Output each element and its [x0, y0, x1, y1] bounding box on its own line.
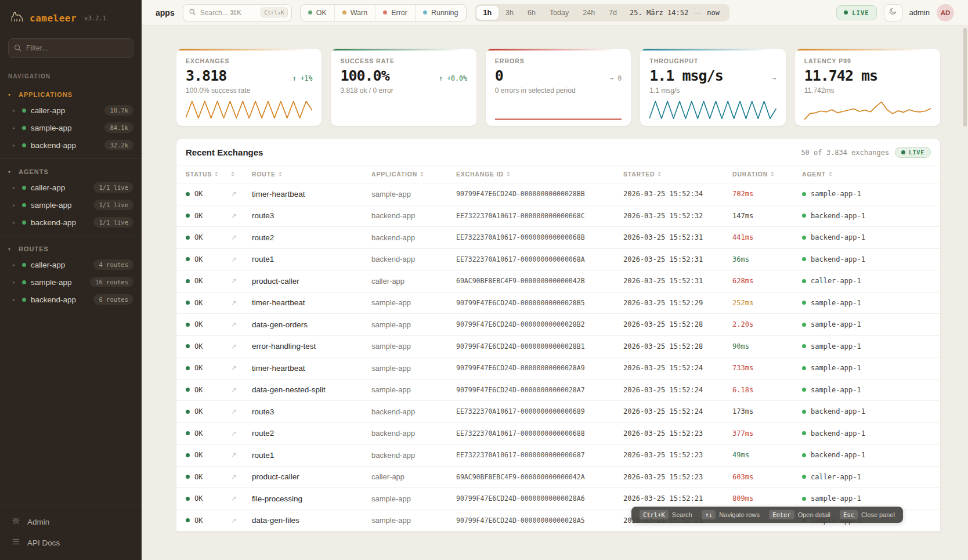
- column-header-agent[interactable]: AGENT: [802, 171, 931, 178]
- open-detail-icon[interactable]: ↗: [231, 364, 252, 372]
- sidebar-item[interactable]: ▸ sample-app 16 routes: [0, 273, 142, 291]
- route-cell: timer-heartbeat: [252, 190, 371, 198]
- sidebar-item-badge: 10.7k: [104, 105, 133, 115]
- sidebar-item[interactable]: ▸ sample-app 1/1 live: [0, 196, 142, 214]
- nav-section: ▾ ROUTES ▸ caller-app 4 routes ▸ sample-…: [0, 236, 142, 313]
- status-filter-chip[interactable]: OK: [301, 5, 334, 21]
- route-cell: data-gen-nested-split: [252, 385, 371, 394]
- nav-items: ▸ caller-app 4 routes ▸ sample-app 16 ro…: [0, 256, 142, 308]
- open-detail-icon[interactable]: ↗: [231, 429, 252, 438]
- status-cell: OK: [186, 516, 231, 525]
- sidebar-item-label: API Docs: [27, 539, 60, 547]
- range-button[interactable]: 3h: [499, 6, 521, 20]
- range-start: 25. März 14:52: [630, 9, 688, 17]
- metric-label: THROUGHPUT: [649, 57, 776, 64]
- avatar[interactable]: AD: [937, 4, 954, 21]
- sidebar-item-api-docs[interactable]: API Docs: [0, 532, 142, 553]
- open-detail-icon[interactable]: ↗: [231, 407, 252, 416]
- user-name[interactable]: admin: [909, 8, 930, 17]
- search-icon: [13, 44, 22, 55]
- status-dot-icon: [22, 203, 26, 207]
- card-accent-bar: [795, 49, 940, 50]
- open-detail-icon[interactable]: ↗: [231, 320, 252, 328]
- table-row[interactable]: OK ↗ data-gen-nested-split sample-app 90…: [176, 380, 940, 402]
- table-row[interactable]: OK ↗ timer-heartbeat sample-app 90799F47…: [176, 292, 940, 315]
- open-detail-icon[interactable]: ↗: [231, 342, 252, 351]
- sidebar-item[interactable]: ▸ caller-app 10.7k: [0, 102, 142, 119]
- table-row[interactable]: OK ↗ route3 backend-app EE7322370A10617-…: [176, 205, 940, 227]
- started-cell: 2026-03-25 15:52:28: [623, 342, 732, 351]
- column-header-link[interactable]: [231, 172, 252, 176]
- brand[interactable]: cameleer v3.2.1: [0, 0, 142, 32]
- nav-section-header[interactable]: ▾ AGENTS: [0, 165, 142, 179]
- sidebar-item[interactable]: ▸ backend-app 6 routes: [0, 291, 142, 308]
- filter-input[interactable]: [8, 38, 133, 58]
- range-button[interactable]: Today: [543, 6, 576, 20]
- open-detail-icon[interactable]: ↗: [231, 299, 252, 307]
- column-header-duration[interactable]: DURATION: [732, 171, 802, 178]
- sparkline-chart: [804, 99, 931, 121]
- table-row[interactable]: OK ↗ timer-heartbeat sample-app 90799F47…: [176, 357, 940, 380]
- open-detail-icon[interactable]: ↗: [231, 516, 252, 525]
- scrollbar-thumb[interactable]: [963, 28, 967, 127]
- open-detail-icon[interactable]: ↗: [231, 255, 252, 263]
- range-button[interactable]: 24h: [576, 6, 602, 20]
- range-button[interactable]: 1h: [476, 6, 499, 20]
- exchange-id-cell: 90799F47E6CD24D-00000000000028A6: [456, 494, 623, 503]
- global-search[interactable]: Ctrl+K: [183, 4, 292, 21]
- open-detail-icon[interactable]: ↗: [231, 190, 252, 198]
- live-badge[interactable]: LIVE: [836, 5, 876, 20]
- sidebar-item-admin[interactable]: Admin: [0, 511, 142, 532]
- theme-toggle-button[interactable]: [884, 4, 902, 21]
- table-row[interactable]: OK ↗ route1 backend-app EE7322370A10617-…: [176, 445, 940, 467]
- range-button[interactable]: 7d: [602, 6, 624, 20]
- column-header-status[interactable]: STATUS: [186, 171, 231, 178]
- column-header-started[interactable]: STARTED: [623, 171, 732, 178]
- card-accent-bar: [176, 49, 322, 50]
- column-header-exchange-id[interactable]: EXCHANGE ID: [456, 171, 623, 178]
- table-row[interactable]: OK ↗ product-caller caller-app 69AC90BF8…: [176, 270, 940, 292]
- open-detail-icon[interactable]: ↗: [231, 277, 252, 285]
- table-row[interactable]: OK ↗ route1 backend-app EE7322370A10617-…: [176, 249, 940, 271]
- open-detail-icon[interactable]: ↗: [231, 473, 252, 481]
- table-row[interactable]: OK ↗ data-gen-orders sample-app 90799F47…: [176, 314, 940, 336]
- range-button[interactable]: 6h: [521, 6, 543, 20]
- nav-section-header[interactable]: ▾ APPLICATIONS: [0, 88, 142, 102]
- open-detail-icon[interactable]: ↗: [231, 386, 252, 394]
- exchange-id-cell: EE7322370A10617-0000000000000689: [456, 407, 623, 416]
- sidebar-item[interactable]: ▸ caller-app 4 routes: [0, 256, 142, 273]
- status-filter-chip[interactable]: Running: [415, 5, 466, 21]
- status-filter-chip[interactable]: Error: [375, 5, 415, 21]
- open-detail-icon[interactable]: ↗: [231, 451, 252, 459]
- sidebar-item[interactable]: ▸ backend-app 32.2k: [0, 136, 142, 154]
- sidebar-item-label: sample-app: [31, 201, 89, 209]
- open-detail-icon[interactable]: ↗: [231, 212, 252, 220]
- table-row[interactable]: OK ↗ route3 backend-app EE7322370A10617-…: [176, 401, 940, 423]
- status-dot-icon: [802, 344, 806, 348]
- nav-items: ▸ caller-app 10.7k ▸ sample-app 84.1k ▸ …: [0, 102, 142, 154]
- column-header-application[interactable]: APPLICATION: [371, 171, 456, 178]
- sidebar-item[interactable]: ▸ backend-app 1/1 live: [0, 214, 142, 231]
- status-dot-icon: [802, 301, 806, 305]
- open-detail-icon[interactable]: ↗: [231, 494, 252, 503]
- sidebar-item[interactable]: ▸ caller-app 1/1 live: [0, 179, 142, 196]
- metric-cards: EXCHANGES 3.818 ↑ +1% 100.0% success rat…: [176, 49, 940, 126]
- route-cell: data-gen-orders: [252, 320, 371, 329]
- table-row[interactable]: OK ↗ error-handling-test sample-app 9079…: [176, 336, 940, 358]
- table-row[interactable]: OK ↗ route2 backend-app EE7322370A10617-…: [176, 423, 940, 445]
- column-header-route[interactable]: ROUTE: [252, 171, 371, 178]
- open-detail-icon[interactable]: ↗: [231, 233, 252, 241]
- search-input[interactable]: [200, 9, 257, 17]
- agent-cell: backend-app-1: [802, 255, 931, 263]
- date-range-display[interactable]: 25. März 14:52 — now: [624, 9, 728, 17]
- sidebar-item-badge: 4 routes: [93, 259, 133, 270]
- status-filter-chip[interactable]: Warn: [334, 5, 375, 21]
- table-row[interactable]: OK ↗ product-caller caller-app 69AC90BF8…: [176, 467, 940, 489]
- status-dot-icon: [186, 475, 190, 479]
- table-row[interactable]: OK ↗ route2 backend-app EE7322370A10617-…: [176, 227, 940, 249]
- nav-section-header[interactable]: ▾ ROUTES: [0, 242, 142, 256]
- status-dot-icon: [186, 257, 190, 261]
- status-dot-icon: [423, 10, 427, 15]
- table-row[interactable]: OK ↗ timer-heartbeat sample-app 90799F47…: [176, 183, 940, 205]
- sidebar-item[interactable]: ▸ sample-app 84.1k: [0, 119, 142, 136]
